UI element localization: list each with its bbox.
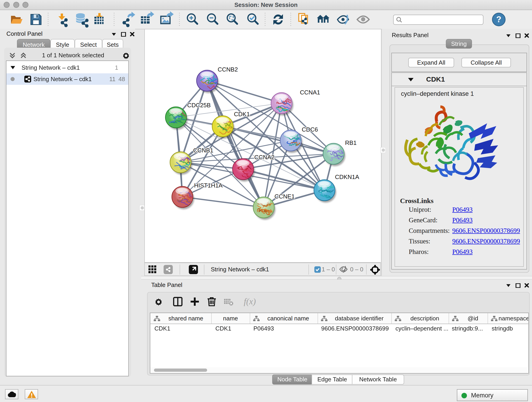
svg-text:CCNA1: CCNA1	[300, 89, 320, 96]
svg-text:CCNB1: CCNB1	[193, 147, 213, 154]
svg-text:CCNE1: CCNE1	[274, 193, 295, 200]
svg-text:CCNB2: CCNB2	[218, 66, 238, 73]
svg-text:CDK1: CDK1	[234, 111, 250, 118]
svg-text:CDC25B: CDC25B	[187, 102, 211, 109]
svg-text:f(x): f(x)	[244, 297, 256, 306]
svg-text:CDKN1A: CDKN1A	[335, 173, 359, 180]
svg-text:CCNA2: CCNA2	[254, 154, 274, 161]
svg-text:?: ?	[496, 15, 501, 24]
svg-text:HIST1H1A: HIST1H1A	[194, 182, 223, 189]
svg-text:RB1: RB1	[345, 139, 357, 146]
svg-text:CDC6: CDC6	[302, 126, 318, 133]
